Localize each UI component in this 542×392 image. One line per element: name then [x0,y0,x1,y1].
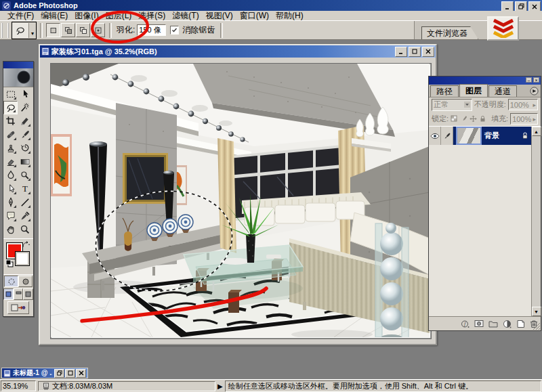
palette-minimize-icon[interactable]: – [526,77,532,83]
visibility-eye-icon[interactable] [429,127,441,145]
tool-zoom[interactable] [18,223,32,236]
active-brush-icon[interactable] [441,127,453,145]
layer-row-background[interactable]: 背景 [429,127,531,145]
selection-mode-new[interactable] [46,23,60,37]
menu-window[interactable]: 窗口(W) [236,11,272,20]
lock-all-icon[interactable] [479,115,486,123]
quick-mask-mode-button[interactable] [18,276,33,287]
tool-line-shape[interactable] [18,196,32,209]
jump-to-imageready-button[interactable] [7,301,29,314]
app-titlebar[interactable]: Adobe Photoshop [0,0,542,11]
minimized-document[interactable]: 未标题-1 @ ... [1,368,88,378]
layer-thumbnail[interactable] [456,127,482,145]
layers-palette-titlebar[interactable]: – × [429,77,541,85]
new-group-button[interactable] [488,320,498,328]
doc-minimize-button[interactable] [395,47,407,57]
tab-channels[interactable]: 通道 [488,85,517,97]
scroll-up-icon[interactable]: ▲ [532,127,541,136]
layer-mask-button[interactable] [474,320,484,328]
menu-file[interactable]: 文件(F) [4,11,37,20]
document-content [40,58,436,344]
adjustment-layer-button[interactable] [503,320,512,328]
selection-mode-subtract[interactable] [76,23,90,37]
lock-transparency-icon[interactable] [451,115,458,123]
scroll-down-icon[interactable]: ▼ [532,307,541,316]
tool-blur[interactable] [3,169,18,182]
tool-healing-brush[interactable] [3,128,18,141]
tool-eyedropper[interactable] [18,209,32,223]
doc-close-button[interactable] [422,47,434,57]
selection-mode-add[interactable] [61,23,75,37]
swap-colors-icon[interactable] [22,241,30,248]
current-tool-well[interactable]: ▾ [12,22,37,39]
chevron-ornament-icon[interactable] [487,16,519,41]
mini-close-button[interactable] [76,369,86,378]
tool-type[interactable]: T [18,182,32,196]
tool-pen[interactable] [3,196,18,209]
mini-restore-button[interactable] [54,369,64,378]
doc-maximize-button[interactable] [409,47,421,57]
tool-dodge[interactable] [18,169,32,182]
lock-image-icon[interactable] [460,115,467,123]
opacity-spinner[interactable]: 100%▸ [508,99,538,110]
status-hint-cell: 绘制任意选区或移动选区外框。要用附加选项，使用 Shift、Alt 和 Ctrl… [225,380,541,392]
tool-lasso[interactable] [3,101,18,114]
standard-mode-button[interactable] [4,276,18,287]
palette-resize-grip[interactable] [533,322,541,330]
antialias-label: 消除锯齿 [182,24,215,36]
layer-style-button[interactable]: f [461,320,470,328]
mini-maximize-button[interactable] [65,369,75,378]
tool-magic-wand[interactable] [18,101,32,114]
antialias-checkbox[interactable] [170,26,179,35]
menu-edit[interactable]: 编辑(E) [37,11,71,20]
palette-close-icon[interactable]: × [533,77,539,83]
document-window[interactable]: 家装练习01.tga @ 35.2%(RGB) [39,44,437,345]
file-browser-tab[interactable]: 文件浏览器 [421,26,478,39]
lock-position-icon[interactable] [470,115,477,123]
options-bar-grip[interactable] [1,23,9,38]
close-button[interactable] [528,1,541,12]
fill-spinner[interactable]: 100%▸ [510,113,538,125]
document-info-cell[interactable]: 文档:8.03M/8.03M [38,381,215,391]
layers-palette: – × 路径 图层 通道 正常 不透明度: 100%▸ 锁定: [428,76,541,331]
selection-mode-intersect[interactable] [91,23,105,37]
tool-preset-dropdown[interactable]: ▾ [28,23,36,38]
tool-move[interactable] [18,87,32,101]
blend-mode-select[interactable]: 正常 [432,99,472,111]
menu-select[interactable]: 选择(S) [135,11,169,20]
screen-mode-standard-button[interactable] [3,288,14,300]
default-colors-icon[interactable] [5,259,14,267]
restore-button[interactable] [515,1,527,12]
menu-help[interactable]: 帮助(H) [272,11,307,20]
toolbox-titlebar[interactable] [3,62,33,68]
minimize-button[interactable] [501,1,514,12]
menu-filter[interactable]: 滤镜(T) [169,11,202,20]
tool-gradient[interactable] [18,155,32,169]
zoom-level-input[interactable] [1,380,36,391]
new-layer-button[interactable] [516,320,525,328]
tab-layers[interactable]: 图层 [459,84,488,97]
tool-eraser[interactable] [3,155,18,169]
feather-input[interactable] [137,24,166,36]
tab-paths[interactable]: 路径 [430,85,459,97]
screen-mode-full-menubar-button[interactable] [14,288,24,300]
tool-path-selection[interactable] [3,182,18,196]
palette-menu-button[interactable] [530,87,539,95]
tool-clone-stamp[interactable] [3,141,18,155]
tool-slice[interactable] [18,114,32,128]
status-arrow-icon[interactable]: ▶ [217,383,223,390]
canvas[interactable] [50,63,432,339]
tool-rectangular-marquee[interactable] [3,87,18,101]
background-color-swatch[interactable] [16,252,29,265]
menu-layer[interactable]: 图层(L) [102,11,136,20]
layers-scrollbar[interactable]: ▲ ▼ [531,127,541,316]
tool-hand[interactable] [3,223,18,236]
screen-mode-full-button[interactable] [23,288,33,300]
tool-notes[interactable] [3,209,18,223]
menu-view[interactable]: 视图(V) [203,11,236,20]
document-titlebar[interactable]: 家装练习01.tga @ 35.2%(RGB) [40,45,436,58]
tool-crop[interactable] [3,114,18,128]
menu-image[interactable]: 图像(I) [71,11,102,20]
tool-history-brush[interactable] [18,141,32,155]
tool-brush[interactable] [18,128,32,141]
